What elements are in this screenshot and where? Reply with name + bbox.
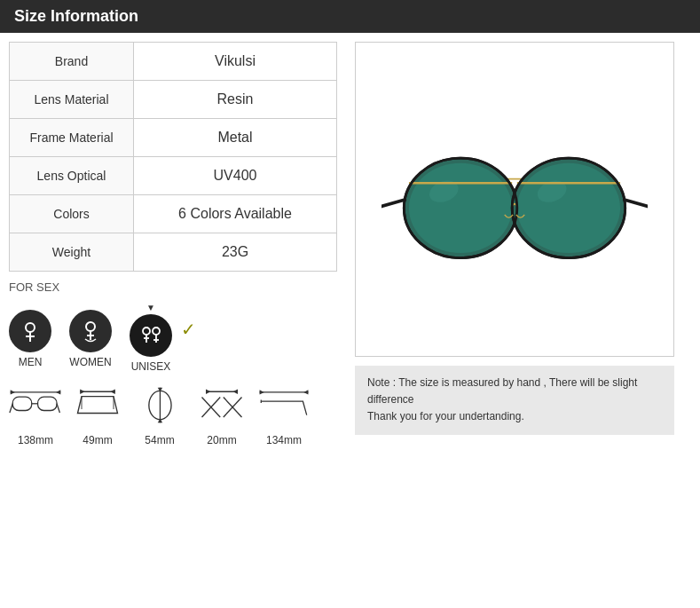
page-header: Size Information bbox=[0, 0, 700, 33]
note-line2: Thank you for your undertanding. bbox=[367, 408, 662, 425]
svg-marker-21 bbox=[80, 390, 84, 394]
page-title: Size Information bbox=[14, 7, 138, 25]
note-line1: Note : The size is measured by hand , Th… bbox=[367, 375, 662, 408]
sex-icons: MEN WOMEN bbox=[9, 303, 196, 373]
svg-marker-37 bbox=[260, 390, 264, 394]
unisex-icon bbox=[130, 314, 172, 357]
table-value-4: 6 Colors Available bbox=[134, 195, 337, 233]
selected-checkmark: ✓ bbox=[181, 319, 196, 340]
table-row: Weight 23G bbox=[10, 233, 337, 272]
sex-icons-row: MEN WOMEN bbox=[9, 298, 346, 373]
svg-line-52 bbox=[625, 200, 648, 207]
size-value-20: 20mm bbox=[207, 434, 236, 446]
sex-item-women: WOMEN bbox=[69, 308, 112, 368]
diagram-134 bbox=[257, 385, 311, 429]
svg-marker-31 bbox=[233, 390, 238, 394]
table-label-3: Lens Optical bbox=[10, 157, 134, 195]
svg-line-51 bbox=[381, 200, 405, 207]
sex-item-men: MEN bbox=[9, 308, 51, 368]
table-row: Lens Material Resin bbox=[10, 81, 337, 119]
table-row: Colors 6 Colors Available bbox=[10, 195, 337, 233]
for-sex-section: FOR SEX MEN bbox=[9, 280, 346, 373]
size-diagram-138: 138mm bbox=[9, 385, 62, 446]
table-value-5: 23G bbox=[134, 233, 337, 272]
size-value-134: 134mm bbox=[266, 434, 302, 446]
svg-point-45 bbox=[517, 162, 620, 252]
svg-point-9 bbox=[153, 328, 160, 335]
table-label-5: Weight bbox=[10, 233, 134, 272]
table-row: Lens Optical UV400 bbox=[10, 157, 337, 195]
svg-point-3 bbox=[86, 322, 95, 331]
table-value-1: Resin bbox=[134, 81, 337, 119]
svg-rect-16 bbox=[38, 397, 57, 410]
diagram-20 bbox=[195, 385, 248, 429]
left-panel: Brand Vikulsi Lens Material Resin Frame … bbox=[9, 42, 346, 446]
size-diagram-54: 54mm bbox=[133, 385, 186, 446]
diagram-49 bbox=[71, 385, 124, 429]
svg-marker-22 bbox=[110, 390, 114, 394]
sex-item-unisex: ▼ bbox=[130, 303, 172, 373]
svg-line-19 bbox=[57, 404, 59, 413]
size-diagram-49: 49mm bbox=[71, 385, 124, 446]
right-panel: Note : The size is measured by hand , Th… bbox=[355, 42, 691, 446]
diagram-138 bbox=[9, 385, 62, 429]
men-label: MEN bbox=[19, 356, 43, 368]
svg-marker-38 bbox=[303, 390, 308, 394]
product-image-box bbox=[355, 42, 674, 357]
diagram-54 bbox=[133, 385, 186, 429]
size-value-138: 138mm bbox=[18, 434, 53, 446]
table-value-0: Vikulsi bbox=[134, 43, 337, 81]
svg-rect-15 bbox=[12, 397, 31, 410]
size-diagrams: 138mm 49mm bbox=[9, 385, 346, 446]
table-label-1: Lens Material bbox=[10, 81, 134, 119]
svg-point-0 bbox=[26, 323, 35, 332]
table-label-4: Colors bbox=[10, 195, 134, 233]
table-row: Frame Material Metal bbox=[10, 119, 337, 157]
table-value-3: UV400 bbox=[134, 157, 337, 195]
info-table: Brand Vikulsi Lens Material Resin Frame … bbox=[9, 42, 337, 272]
product-image-svg bbox=[381, 111, 648, 288]
main-content: Brand Vikulsi Lens Material Resin Frame … bbox=[0, 33, 700, 455]
svg-line-18 bbox=[10, 404, 12, 413]
men-icon bbox=[9, 310, 51, 352]
unisex-arrow: ▼ bbox=[146, 303, 155, 312]
for-sex-label: FOR SEX bbox=[9, 280, 346, 294]
women-label: WOMEN bbox=[69, 356, 111, 368]
table-label-0: Brand bbox=[10, 43, 134, 81]
svg-point-6 bbox=[143, 328, 150, 335]
svg-point-42 bbox=[409, 162, 512, 252]
table-label-2: Frame Material bbox=[10, 119, 134, 157]
women-icon bbox=[69, 310, 112, 352]
size-diagram-20: 20mm bbox=[195, 385, 248, 446]
table-row: Brand Vikulsi bbox=[10, 43, 337, 81]
svg-marker-30 bbox=[206, 390, 210, 394]
size-diagram-134: 134mm bbox=[257, 385, 311, 446]
note-box: Note : The size is measured by hand , Th… bbox=[355, 366, 674, 435]
size-value-49: 49mm bbox=[83, 434, 112, 446]
size-value-54: 54mm bbox=[145, 434, 174, 446]
unisex-label: UNISEX bbox=[131, 360, 171, 373]
svg-marker-13 bbox=[11, 390, 15, 394]
table-value-2: Metal bbox=[134, 119, 337, 157]
svg-marker-14 bbox=[56, 390, 60, 394]
